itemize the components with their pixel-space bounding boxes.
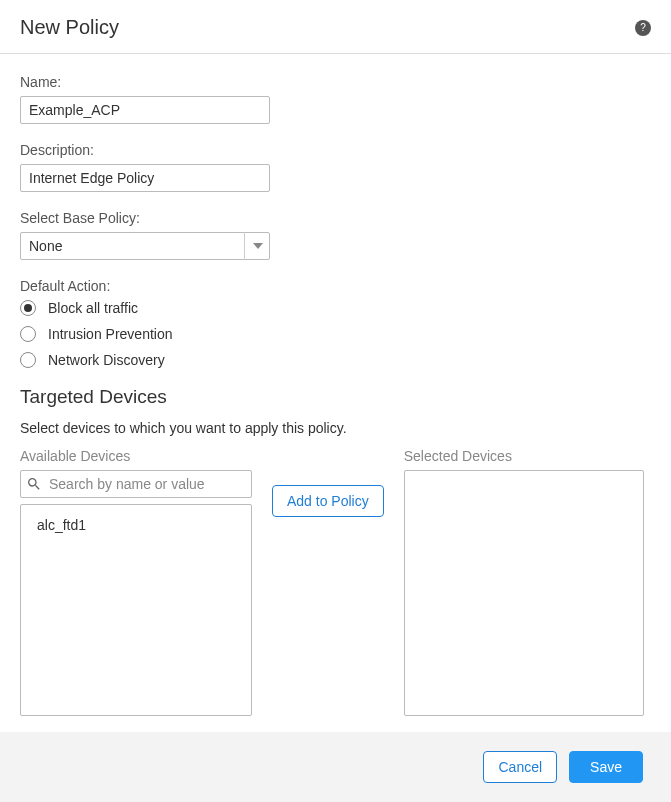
radio-block-all-traffic[interactable]: Block all traffic xyxy=(20,300,651,316)
radio-intrusion-prevention[interactable]: Intrusion Prevention xyxy=(20,326,651,342)
add-button-col: Add to Policy xyxy=(272,448,384,517)
cancel-button[interactable]: Cancel xyxy=(483,751,557,783)
name-input[interactable] xyxy=(20,96,270,124)
name-field-group: Name: xyxy=(20,74,651,124)
radio-label: Network Discovery xyxy=(48,352,165,368)
list-item[interactable]: alc_ftd1 xyxy=(21,513,251,537)
devices-row: Available Devices alc_ftd1 Add to Policy… xyxy=(20,448,651,716)
base-policy-label: Select Base Policy: xyxy=(20,210,651,226)
name-label: Name: xyxy=(20,74,651,90)
radio-icon xyxy=(20,352,36,368)
selected-devices-list[interactable] xyxy=(404,470,644,716)
radio-label: Block all traffic xyxy=(48,300,138,316)
targeted-devices-heading: Targeted Devices xyxy=(20,386,651,408)
selected-devices-col: Selected Devices xyxy=(404,448,644,716)
base-policy-select[interactable]: None xyxy=(20,232,270,260)
description-input[interactable] xyxy=(20,164,270,192)
default-action-radio-group: Block all traffic Intrusion Prevention N… xyxy=(20,300,651,368)
radio-label: Intrusion Prevention xyxy=(48,326,173,342)
dialog-content: Name: Description: Select Base Policy: N… xyxy=(0,54,671,736)
description-label: Description: xyxy=(20,142,651,158)
available-devices-col: Available Devices alc_ftd1 xyxy=(20,448,252,716)
default-action-label: Default Action: xyxy=(20,278,651,294)
base-policy-field-group: Select Base Policy: None xyxy=(20,210,651,260)
help-icon[interactable]: ? xyxy=(635,20,651,36)
search-input[interactable] xyxy=(20,470,252,498)
available-devices-label: Available Devices xyxy=(20,448,252,464)
targeted-devices-subtext: Select devices to which you want to appl… xyxy=(20,420,651,436)
available-devices-list[interactable]: alc_ftd1 xyxy=(20,504,252,716)
dialog-header: New Policy ? xyxy=(0,0,671,54)
search-wrapper xyxy=(20,470,252,498)
base-policy-value: None xyxy=(20,232,270,260)
radio-icon xyxy=(20,326,36,342)
dialog-footer: Cancel Save xyxy=(0,732,671,802)
selected-devices-label: Selected Devices xyxy=(404,448,644,464)
default-action-field-group: Default Action: Block all traffic Intrus… xyxy=(20,278,651,368)
radio-network-discovery[interactable]: Network Discovery xyxy=(20,352,651,368)
dialog-title: New Policy xyxy=(20,16,119,39)
save-button[interactable]: Save xyxy=(569,751,643,783)
radio-icon xyxy=(20,300,36,316)
add-to-policy-button[interactable]: Add to Policy xyxy=(272,485,384,517)
description-field-group: Description: xyxy=(20,142,651,192)
